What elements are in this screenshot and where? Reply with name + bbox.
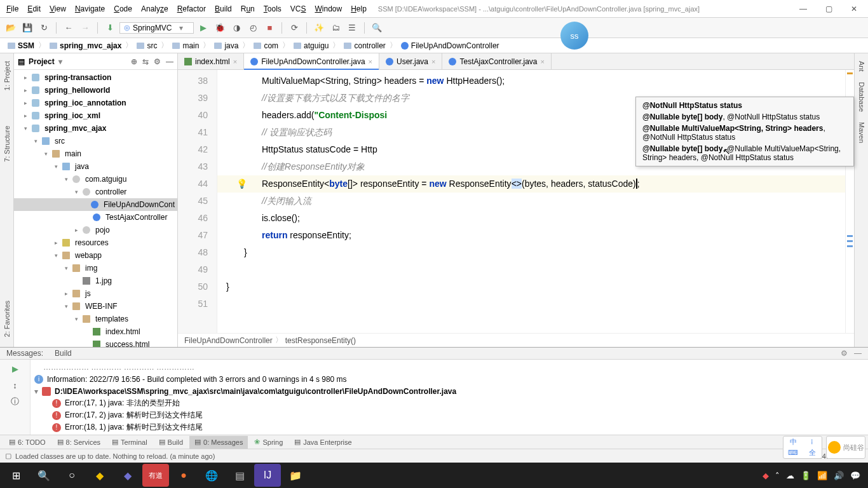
bulb-icon[interactable]: 💡	[236, 175, 247, 193]
crumb-main[interactable]: main	[170, 41, 201, 50]
reload-icon[interactable]: ↻	[37, 21, 51, 35]
tree-item[interactable]: ▾main	[14, 147, 177, 160]
close-tab-icon[interactable]: ×	[233, 58, 237, 65]
search-icon[interactable]: 🔍	[370, 21, 384, 35]
menu-run[interactable]: Run	[237, 3, 259, 15]
messages-tab[interactable]: Messages:	[6, 349, 43, 358]
menu-file[interactable]: File	[3, 3, 22, 15]
tree-item[interactable]: ▸resources	[14, 236, 177, 249]
menu-vcs[interactable]: VCS	[287, 3, 310, 15]
editor-tab[interactable]: TestAjaxController.java×	[442, 53, 552, 69]
hide-icon[interactable]: —	[166, 57, 173, 66]
notepad-icon[interactable]: ▤	[226, 464, 253, 487]
tree-item[interactable]: ▾src	[14, 135, 177, 147]
forward-icon[interactable]: →	[78, 21, 92, 35]
crumb-java[interactable]: java	[212, 41, 241, 50]
profile-icon[interactable]: ◴	[246, 21, 260, 35]
tab-todo[interactable]: ▤6: TODO	[4, 436, 51, 449]
back-icon[interactable]: ←	[62, 21, 76, 35]
minimize-button[interactable]: —	[792, 3, 815, 15]
run-config-selector[interactable]: ◎ SpringMVC ▾	[119, 22, 194, 34]
menu-code[interactable]: Code	[110, 3, 136, 15]
tree-item[interactable]: ▾spring_mvc_ajax	[14, 122, 177, 135]
tree-item[interactable]: index.html	[14, 325, 177, 338]
info-filter-icon[interactable]: ⓘ	[9, 395, 22, 408]
update-icon[interactable]: ⟳	[287, 21, 301, 35]
tree-item[interactable]: ▾WEB-INF	[14, 300, 177, 313]
close-tab-icon[interactable]: ×	[431, 58, 435, 65]
editor-tab[interactable]: FileUpAndDownController.java×	[244, 53, 379, 69]
start-icon[interactable]: ⊞	[3, 464, 29, 487]
close-tab-icon[interactable]: ×	[369, 58, 372, 65]
menu-window[interactable]: Window	[311, 3, 346, 15]
cart-icon[interactable]: 🗂	[329, 21, 342, 35]
close-tab-icon[interactable]: ×	[541, 58, 545, 65]
tree-item[interactable]: ▾img	[14, 262, 177, 274]
tab-terminal[interactable]: ▤Terminal	[107, 436, 153, 449]
project-tree[interactable]: ▸spring-transaction▸spring_helloworld▸sp…	[14, 70, 177, 347]
crumb-file[interactable]: FileUpAndDownController	[398, 41, 502, 50]
tree-item[interactable]: ▾controller	[14, 186, 177, 198]
gear-icon[interactable]: ⚙	[154, 57, 161, 66]
open-icon[interactable]: 📂	[4, 21, 18, 35]
close-button[interactable]: ✕	[843, 3, 865, 15]
build-icon[interactable]: ⬇	[103, 21, 117, 35]
intellij-icon[interactable]: IJ	[254, 464, 281, 487]
app-icon[interactable]: ◆	[114, 464, 141, 487]
save-icon[interactable]: 💾	[20, 21, 34, 35]
wand-icon[interactable]: ✨	[312, 21, 326, 35]
tool-structure[interactable]: 7: Structure	[2, 121, 12, 167]
tool-database[interactable]: Database	[857, 77, 867, 117]
tree-item[interactable]: ▾com.atguigu	[14, 173, 177, 186]
menu-tools[interactable]: Tools	[260, 3, 285, 15]
tree-item[interactable]: ▸js	[14, 287, 177, 300]
chrome-icon[interactable]: 🌐	[198, 464, 225, 487]
tab-services[interactable]: ▤8: Services	[52, 436, 105, 449]
crumb-ssm[interactable]: SSM	[5, 41, 37, 50]
menu-edit[interactable]: Edit	[24, 3, 44, 15]
rerun-icon[interactable]: ▶	[9, 362, 22, 375]
tray-app-icon[interactable]: ◆	[763, 471, 769, 480]
tab-messages[interactable]: ▤0: Messages	[189, 436, 248, 449]
gear-icon[interactable]: ⚙	[841, 349, 848, 358]
tray-cloud-icon[interactable]: ☁	[786, 471, 794, 480]
menu-build[interactable]: Build	[211, 3, 236, 15]
search-icon[interactable]: 🔍	[31, 464, 57, 487]
tray-volume-icon[interactable]: 🔊	[834, 471, 844, 480]
menu-navigate[interactable]: Navigate	[71, 3, 109, 15]
tree-item[interactable]: ▸spring_helloworld	[14, 84, 177, 97]
stop-icon[interactable]: ■	[262, 21, 276, 35]
explorer-icon[interactable]: 📁	[282, 464, 309, 487]
crumb-module[interactable]: spring_mvc_ajax	[47, 41, 124, 50]
tray-up-icon[interactable]: ˄	[775, 471, 780, 480]
tool-project[interactable]: 1: Project	[2, 56, 12, 95]
messages-content[interactable]: ……………… ………… ………… …………… iInformation: 202…	[31, 360, 868, 435]
menu-view[interactable]: View	[46, 3, 70, 15]
tool-ant[interactable]: Ant	[857, 56, 867, 77]
status-icon[interactable]: ▢	[5, 452, 11, 460]
nav-class[interactable]: FileUpAndDownController	[184, 336, 273, 345]
tree-item[interactable]: ▸spring_ioc_annotation	[14, 97, 177, 109]
editor-tab[interactable]: User.java×	[379, 53, 442, 69]
structure-icon[interactable]: ☰	[345, 21, 359, 35]
menu-help[interactable]: Help	[347, 3, 370, 15]
tree-item[interactable]: ▸spring_ioc_xml	[14, 109, 177, 122]
maximize-button[interactable]: ▢	[817, 3, 840, 15]
cortana-icon[interactable]: ○	[58, 464, 85, 487]
debug-icon[interactable]: 🐞	[213, 21, 227, 35]
tree-item[interactable]: 1.jpg	[14, 274, 177, 287]
nav-method[interactable]: testResponseEntity()	[285, 336, 356, 345]
tray-battery-icon[interactable]: 🔋	[801, 471, 811, 480]
build-tab[interactable]: Build	[55, 349, 72, 358]
app-icon[interactable]: 有道	[142, 464, 169, 487]
tab-javaee[interactable]: ▤Java Enterprise	[289, 436, 356, 449]
tree-item[interactable]: FileUpAndDownCont	[14, 198, 177, 211]
menu-refactor[interactable]: Refactor	[173, 3, 210, 15]
collapse-icon[interactable]: ⇆	[142, 57, 149, 66]
crumb-com[interactable]: com	[251, 41, 281, 50]
target-icon[interactable]: ⊕	[131, 57, 137, 66]
tree-item[interactable]: ▸spring-transaction	[14, 71, 177, 84]
tree-item[interactable]: ▸pojo	[14, 224, 177, 236]
hide-icon[interactable]: —	[854, 349, 862, 358]
tab-build[interactable]: ▤Build	[154, 436, 188, 449]
